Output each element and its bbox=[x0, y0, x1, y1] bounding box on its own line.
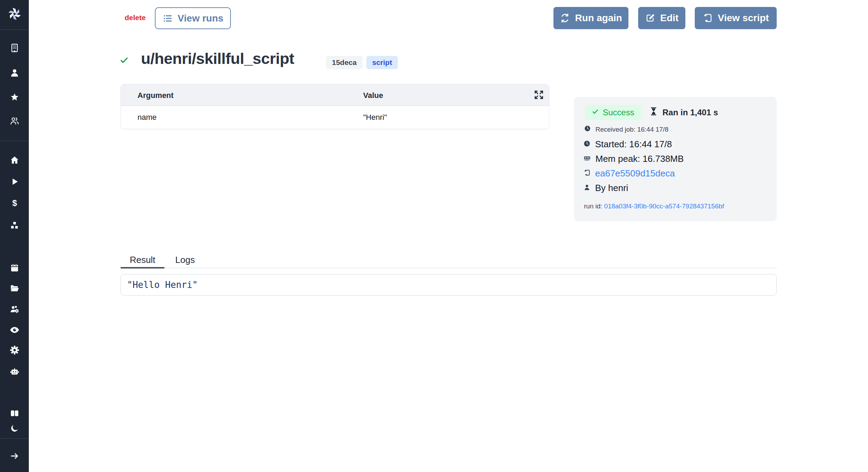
refresh-icon bbox=[560, 13, 570, 23]
column-argument: Argument bbox=[137, 91, 174, 100]
variables-dollar-icon[interactable]: $ bbox=[10, 198, 19, 208]
status-label: Success bbox=[603, 108, 634, 117]
list-icon bbox=[162, 13, 173, 24]
script-hash-link[interactable]: ea67e5509d15deca bbox=[595, 168, 675, 179]
run-again-label: Run again bbox=[575, 13, 622, 24]
run-status-panel: Success Ran in 1,401 s Received job: 16:… bbox=[574, 97, 777, 221]
view-runs-label: View runs bbox=[178, 13, 224, 24]
tab-logs[interactable]: Logs bbox=[170, 252, 200, 268]
view-script-button[interactable]: View script bbox=[695, 7, 777, 29]
run-again-button[interactable]: Run again bbox=[553, 7, 628, 29]
script-type-badge: script bbox=[366, 56, 398, 69]
sidebar-divider bbox=[0, 30, 29, 30]
tab-result[interactable]: Result bbox=[120, 252, 165, 268]
script-scroll-icon bbox=[702, 13, 713, 23]
user-icon[interactable] bbox=[10, 68, 19, 78]
resources-boxes-icon[interactable] bbox=[10, 221, 19, 230]
schedules-calendar-icon[interactable] bbox=[10, 263, 19, 273]
sidebar: $ bbox=[0, 0, 29, 472]
expand-sidebar-arrow-icon[interactable] bbox=[10, 451, 19, 461]
argument-value-cell: "Henri" bbox=[363, 113, 387, 122]
mem-peak-label: Mem peak: 16.738MB bbox=[595, 154, 684, 164]
sidebar-divider bbox=[0, 141, 29, 141]
edit-pencil-icon bbox=[645, 13, 656, 23]
svg-text:$: $ bbox=[12, 198, 17, 208]
result-tabs: Result Logs bbox=[120, 252, 777, 268]
page-title: u/henri/skillful_script bbox=[141, 50, 294, 68]
arguments-table: Argument Value name "Henri" bbox=[120, 84, 549, 129]
memory-icon bbox=[583, 154, 591, 164]
run-author-row: By henri bbox=[583, 183, 628, 193]
groups-gear-icon[interactable] bbox=[10, 304, 19, 314]
script-hash-badge: 15deca bbox=[326, 56, 362, 69]
scroll-icon bbox=[583, 168, 591, 179]
edit-label: Edit bbox=[660, 13, 679, 24]
clock-icon bbox=[584, 125, 591, 134]
run-id-label: run id: bbox=[584, 202, 602, 210]
settings-gear-icon[interactable] bbox=[10, 345, 19, 355]
started-row: Started: 16:44 17/8 bbox=[583, 139, 672, 150]
star-icon[interactable] bbox=[10, 92, 19, 102]
received-job-label: Received job: 16:44 17/8 bbox=[595, 126, 668, 133]
check-icon bbox=[592, 108, 599, 117]
success-check-icon bbox=[119, 56, 129, 66]
expand-table-button[interactable] bbox=[533, 89, 545, 101]
run-id-link[interactable]: 018a03f4-3f0b-90cc-a574-7928437156bf bbox=[604, 202, 724, 210]
column-value: Value bbox=[363, 91, 383, 100]
person-icon bbox=[583, 183, 591, 193]
run-author-label: By henri bbox=[595, 183, 628, 193]
workers-robot-icon[interactable] bbox=[10, 367, 19, 376]
delete-button[interactable]: delete bbox=[125, 14, 146, 22]
script-hash-row: ea67e5509d15deca bbox=[583, 168, 675, 179]
app-root: $ delete bbox=[0, 0, 868, 472]
docs-book-icon[interactable] bbox=[10, 408, 19, 418]
received-job-row: Received job: 16:44 17/8 bbox=[584, 125, 668, 134]
users-icon[interactable] bbox=[10, 116, 19, 126]
runs-play-icon[interactable] bbox=[10, 177, 19, 187]
windmill-logo-icon[interactable] bbox=[7, 7, 22, 21]
edit-button[interactable]: Edit bbox=[638, 7, 685, 29]
clock-icon bbox=[583, 139, 591, 150]
run-id-row: run id: 018a03f4-3f0b-90cc-a574-79284371… bbox=[584, 202, 724, 210]
run-duration: Ran in 1,401 s bbox=[649, 107, 718, 118]
sidebar-divider bbox=[0, 438, 29, 439]
started-label: Started: 16:44 17/8 bbox=[595, 139, 672, 150]
argument-name-cell: name bbox=[137, 113, 157, 122]
result-output-box: "Hello Henri" bbox=[120, 274, 777, 296]
folders-icon[interactable] bbox=[10, 283, 19, 293]
arguments-table-header: Argument Value bbox=[121, 84, 549, 106]
workspace-building-icon[interactable] bbox=[10, 43, 19, 53]
view-runs-button[interactable]: View runs bbox=[155, 7, 231, 29]
view-script-label: View script bbox=[718, 13, 769, 24]
audit-eye-icon[interactable] bbox=[10, 325, 19, 335]
home-icon[interactable] bbox=[10, 155, 19, 165]
theme-moon-icon[interactable] bbox=[10, 423, 19, 433]
table-row: name "Henri" bbox=[121, 106, 549, 129]
mem-peak-row: Mem peak: 16.738MB bbox=[583, 154, 684, 164]
result-value: "Hello Henri" bbox=[127, 280, 198, 290]
run-duration-label: Ran in 1,401 s bbox=[662, 108, 718, 117]
status-badge: Success bbox=[585, 105, 641, 120]
hourglass-icon bbox=[649, 107, 658, 118]
